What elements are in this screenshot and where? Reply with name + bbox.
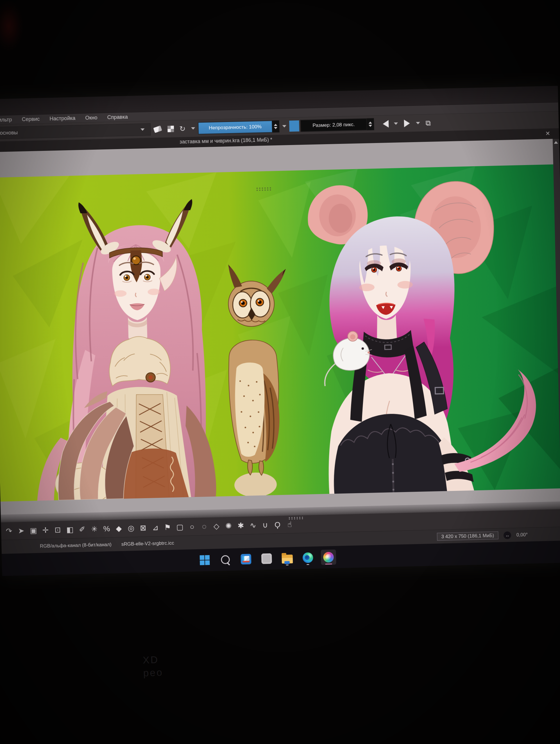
bezier-select-tool[interactable]: ∿: [247, 521, 259, 529]
eraser-mode-icon[interactable]: [153, 125, 162, 133]
close-icon[interactable]: ✕: [545, 130, 550, 137]
monitor-screen: ФильтрСервисНастройкаОкноСправка е основ…: [0, 86, 560, 576]
opacity-spinner[interactable]: [272, 121, 279, 133]
menu-help[interactable]: Справка: [107, 114, 128, 121]
gradient-edit-tool[interactable]: %: [101, 525, 113, 533]
move-tool[interactable]: ✛: [40, 526, 52, 534]
chevron-down-icon[interactable]: [416, 122, 420, 124]
size-slider-fill: [289, 120, 299, 132]
mirror-horizontal-icon[interactable]: [383, 120, 389, 127]
gray-app-icon[interactable]: [260, 551, 273, 566]
measure-tool[interactable]: ⊠: [137, 524, 150, 532]
krita-icon[interactable]: [322, 550, 335, 565]
chevron-down-icon[interactable]: [282, 125, 286, 127]
artwork[interactable]: [0, 164, 560, 501]
size-slider[interactable]: Размер: 2,08 пикс.: [300, 119, 367, 132]
transform-tool[interactable]: ▣: [27, 527, 40, 534]
shape-edit-tool[interactable]: ↷: [3, 527, 15, 535]
search-icon[interactable]: [219, 552, 232, 567]
opacity-control[interactable]: Непрозрачность: 100%: [198, 120, 279, 135]
polygonal-select-tool[interactable]: ◇: [210, 522, 223, 530]
assistants-tool[interactable]: ⊿: [149, 524, 162, 531]
toolbox-drag-handle[interactable]: [288, 516, 304, 519]
smart-patch-tool[interactable]: ⚑: [161, 523, 174, 531]
mirror-vertical-icon[interactable]: [404, 119, 410, 127]
brush-preset-combo[interactable]: е основы: [0, 123, 151, 139]
ambient-red-glow: [0, 0, 64, 96]
start-button[interactable]: [198, 553, 211, 568]
chevron-down-icon[interactable]: [394, 122, 398, 125]
file-explorer-icon[interactable]: [281, 551, 294, 566]
shape-select-tool[interactable]: ➤: [15, 527, 28, 535]
scroll-up-icon[interactable]: [554, 141, 558, 144]
menu-service[interactable]: Сервис: [22, 116, 40, 122]
menu-filter[interactable]: Фильтр: [0, 116, 12, 123]
contiguous-select-tool[interactable]: ✺: [222, 522, 235, 530]
media-app-icon[interactable]: [239, 551, 252, 567]
size-spinner[interactable]: [367, 118, 374, 130]
gradient-tool[interactable]: ◧: [64, 526, 76, 533]
similar-color-select-tool[interactable]: ✱: [234, 522, 247, 529]
menu-window[interactable]: Окно: [85, 114, 97, 121]
magnetic-select-tool[interactable]: ∪: [259, 521, 271, 529]
canvas-viewport[interactable]: [0, 139, 560, 515]
document-tab[interactable]: заставка мм и чиврин.kra (186,1 МиБ) *: [180, 137, 272, 145]
freehand-select-tool[interactable]: ◌: [198, 523, 211, 530]
color-sampler-tool[interactable]: ✐: [76, 525, 89, 533]
faint-reflection-text: XD peo: [142, 653, 163, 679]
crop-tool[interactable]: ⊡: [52, 526, 64, 534]
color-profile-label: sRGB-elle-V2-srgbtrc.icc: [121, 540, 174, 547]
menu-settings[interactable]: Настройка: [49, 115, 75, 122]
opacity-slider[interactable]: Непрозрачность: 100%: [198, 121, 272, 134]
canvas-rotation-icon[interactable]: ↔: [503, 531, 512, 539]
chevron-down-icon: [140, 128, 144, 131]
edge-icon[interactable]: [301, 550, 314, 565]
zoom-tool[interactable]: Ϙ: [271, 521, 284, 529]
color-mode-label: RGB/альфа-канал (8-бит/канал): [40, 542, 112, 549]
rectangular-select-tool[interactable]: ▢: [174, 523, 186, 531]
wrap-around-icon[interactable]: ⧉: [425, 119, 431, 126]
elliptical-select-tool[interactable]: ○: [186, 523, 198, 531]
pattern-edit-tool[interactable]: ✳: [88, 525, 101, 533]
artwork-container[interactable]: [0, 164, 560, 501]
size-control[interactable]: Размер: 2,08 пикс.: [300, 118, 374, 132]
preserve-alpha-icon[interactable]: [167, 125, 174, 132]
chevron-down-icon[interactable]: [191, 127, 195, 129]
image-size-badge: 3 420 x 750 (186,1 МиБ): [437, 531, 498, 541]
canvas-rotation-value: 0,00°: [516, 532, 528, 538]
reload-preset-icon[interactable]: ↻: [179, 125, 186, 132]
reference-images-tool[interactable]: ◎: [125, 524, 138, 532]
fill-tool[interactable]: ◆: [113, 525, 125, 532]
brush-preset-label: е основы: [0, 127, 138, 136]
pan-tool[interactable]: ☝: [283, 521, 296, 528]
